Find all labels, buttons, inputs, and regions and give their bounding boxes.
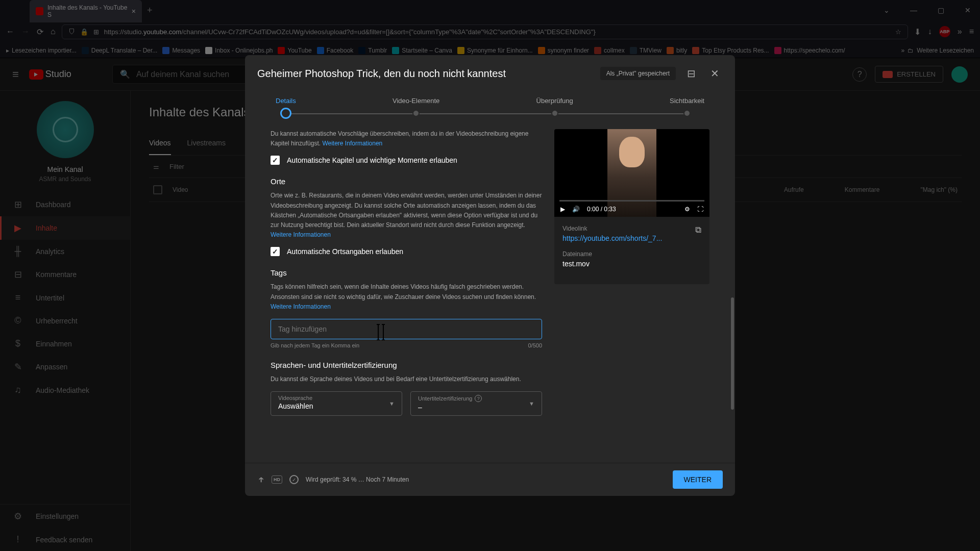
next-button[interactable]: WEITER <box>673 470 723 489</box>
upload-modal: Geheimer Photoshop Trick, den du noch ni… <box>245 55 735 496</box>
videolink-value[interactable]: https://youtube.com/shorts/_7... <box>562 234 662 242</box>
feedback-chat-icon[interactable]: ⊟ <box>683 65 699 82</box>
more-info-link[interactable]: Weitere Informationen <box>271 231 331 238</box>
hd-status-icon: HD <box>272 475 282 484</box>
tags-hint: Gib nach jedem Tag ein Komma ein <box>271 342 359 348</box>
privacy-badge: Als „Privat" gespeichert <box>600 67 676 80</box>
places-checkbox[interactable]: ✓ <box>271 247 280 256</box>
tags-heading: Tags <box>271 268 542 277</box>
filename-label: Dateiname <box>562 251 701 258</box>
upload-stepper: Details Video-Elemente Überprüfung Sicht… <box>245 92 735 119</box>
processing-status: Wird geprüft: 34 % … Noch 7 Minuten <box>306 476 409 483</box>
scrollbar[interactable] <box>731 297 734 410</box>
volume-icon[interactable]: 🔊 <box>572 206 580 213</box>
places-check-label: Automatische Ortsangaben erlauben <box>287 247 403 256</box>
video-time: 0:00 / 0:33 <box>587 206 616 213</box>
tags-input-container <box>271 319 542 339</box>
more-info-link[interactable]: Weitere Informationen <box>322 140 382 147</box>
tags-description: Tags können hilfreich sein, wenn die Inh… <box>271 282 542 312</box>
modal-overlay: Geheimer Photoshop Trick, den du noch ni… <box>0 0 980 551</box>
close-modal-icon[interactable]: ✕ <box>706 65 723 82</box>
language-description: Du kannst die Sprache deines Videos und … <box>271 374 542 384</box>
chevron-down-icon: ▼ <box>529 400 534 407</box>
more-info-link[interactable]: Weitere Informationen <box>271 303 331 310</box>
chapters-description: Du kannst automatische Vorschläge übersc… <box>271 129 542 148</box>
tags-counter: 0/500 <box>528 342 542 348</box>
chapters-check-label: Automatische Kapitel und wichtige Moment… <box>287 156 457 164</box>
step-details[interactable]: Details <box>276 97 296 119</box>
tags-input[interactable] <box>278 325 534 333</box>
upload-status-icon: ➔ <box>256 477 266 482</box>
video-preview-card: ▶ 🔊 0:00 / 0:33 ⚙ ⛶ Videoli <box>554 129 709 284</box>
filename-value: test.mov <box>562 260 701 268</box>
videolink-label: Videolink <box>562 225 662 232</box>
step-dot-icon <box>280 108 291 119</box>
play-icon[interactable]: ▶ <box>560 206 565 213</box>
step-dot-icon <box>412 110 420 117</box>
video-preview[interactable]: ▶ 🔊 0:00 / 0:33 ⚙ ⛶ <box>554 129 709 217</box>
chevron-down-icon: ▼ <box>389 400 395 407</box>
modal-title: Geheimer Photoshop Trick, den du noch ni… <box>257 68 593 80</box>
settings-gear-icon[interactable]: ⚙ <box>684 206 690 213</box>
step-video-elements[interactable]: Video-Elemente <box>393 97 439 119</box>
step-dot-icon <box>551 110 558 117</box>
copy-icon[interactable]: ⧉ <box>695 225 701 235</box>
fullscreen-icon[interactable]: ⛶ <box>697 206 703 213</box>
help-icon[interactable]: ? <box>475 395 482 402</box>
chapters-checkbox[interactable]: ✓ <box>271 156 280 165</box>
subtitle-cert-select[interactable]: Untertitelzertifizierung ? – ▼ <box>410 391 542 416</box>
places-heading: Orte <box>271 177 542 186</box>
check-status-icon: ✓ <box>289 475 299 484</box>
video-language-select[interactable]: Videosprache Auswählen ▼ <box>271 391 402 416</box>
step-review[interactable]: Überprüfung <box>536 97 573 119</box>
step-visibility[interactable]: Sichtbarkeit <box>670 97 704 119</box>
places-description: Orte wie z. B. Restaurants, die in deine… <box>271 191 542 240</box>
language-heading: Sprachen- und Untertitelzertifizierung <box>271 361 542 369</box>
step-dot-icon <box>683 110 691 117</box>
